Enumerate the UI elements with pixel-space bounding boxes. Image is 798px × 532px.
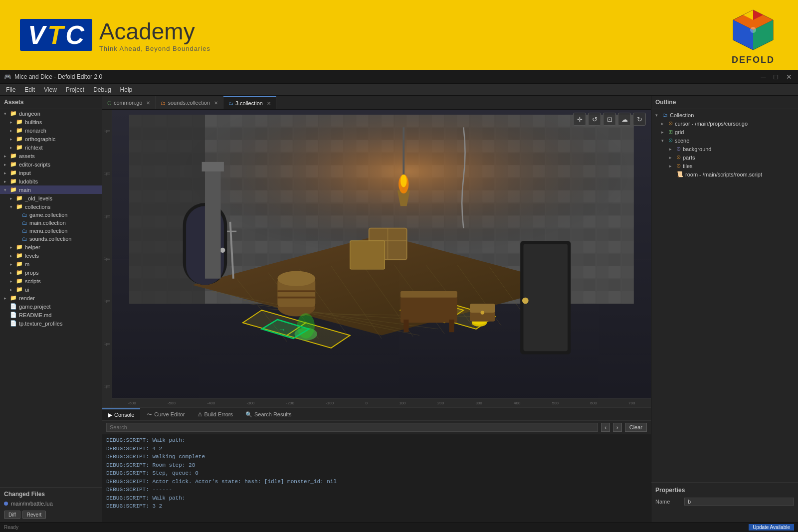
outline-item-grid[interactable]: ▸ ⊞ grid (651, 128, 798, 136)
status-ready: Ready (4, 525, 18, 530)
tree-item-render[interactable]: ▸ 📁render (0, 294, 102, 302)
outline-item-parts[interactable]: ▸ ⊙ parts (651, 153, 798, 162)
ruler-left: 1px 1px 1px 1px 1px 1px 1px (102, 110, 112, 407)
tool-move[interactable]: ✛ (573, 113, 586, 126)
editor-window: 🎮 Mice and Dice - Defold Editor 2.0 ─ □ … (0, 70, 798, 532)
right-sidebar: Outline ▾ 🗂 Collection ▸ ⊙ cursor - /mai… (651, 96, 798, 522)
assets-tree: ▾ 📁dungeon ▸ 📁builtins ▸ 📁monarch ▸ 📁ort… (0, 109, 102, 487)
tab-label-sounds: sounds.collection (168, 100, 209, 106)
tree-item-game-project[interactable]: ▸ 📄game.project (0, 302, 102, 311)
outline-item-collection[interactable]: ▾ 🗂 Collection (651, 111, 798, 119)
menu-view[interactable]: View (40, 85, 61, 94)
viewport[interactable]: 1px 1px 1px 1px 1px 1px 1px -600 -500 -4… (102, 110, 651, 407)
console-tab-curve-editor[interactable]: 〜 Curve Editor (141, 408, 191, 420)
sidebar: Assets ▾ 📁dungeon ▸ 📁builtins ▸ 📁monarch… (0, 96, 102, 522)
tree-item-assets[interactable]: ▸ 📁assets (0, 152, 102, 160)
changed-file-dot (4, 502, 8, 506)
tool-scale[interactable]: ⊡ (603, 113, 616, 126)
outline-item-background[interactable]: ▸ ⊙ background (651, 145, 798, 153)
curve-editor-icon: 〜 (147, 411, 152, 418)
svg-rect-67 (202, 162, 224, 172)
outline-item-scene[interactable]: ▾ ⊙ scene (651, 136, 798, 145)
tree-item-sounds-collection[interactable]: ▸ 🗂sounds.collection (0, 235, 102, 243)
svg-point-63 (481, 311, 485, 315)
revert-button[interactable]: Revert (22, 511, 46, 519)
build-errors-icon: ⚠ (198, 411, 202, 418)
tree-item-ui[interactable]: ▸ 📁ui (0, 285, 102, 294)
prop-name-input[interactable] (684, 498, 794, 506)
tree-item-m[interactable]: ▸ 📁m (0, 260, 102, 268)
tree-item-levels[interactable]: ▸ 📁levels (0, 251, 102, 260)
svg-rect-41 (350, 241, 385, 269)
tree-item-orthographic[interactable]: ▸ 📁orthographic (0, 135, 102, 143)
console-tabs: ▶ Console 〜 Curve Editor ⚠ Build Errors … (102, 408, 651, 421)
tree-item-builtins[interactable]: ▸ 📁builtins (0, 118, 102, 126)
minimize-button[interactable]: ─ (759, 73, 768, 81)
ruler-bottom: -600 -500 -400 -300 -200 -100 0 100 200 … (112, 398, 651, 407)
center-panel: ⬡ common.go ✕ 🗂 sounds.collection ✕ 🗂 3.… (102, 96, 651, 522)
restore-button[interactable]: □ (772, 73, 780, 81)
tree-item-collections[interactable]: ▾ 📁collections (0, 202, 102, 211)
search-results-icon: 🔍 (245, 411, 252, 418)
tree-item-input[interactable]: ▸ 📁input (0, 169, 102, 177)
tree-item-editor-scripts[interactable]: ▸ 📁editor-scripts (0, 160, 102, 169)
console-tab-search-results[interactable]: 🔍 Search Results (239, 408, 298, 420)
tree-item-game-collection[interactable]: ▸ 🗂game.collection (0, 211, 102, 219)
academy-tagline: Think Ahead, Beyond Boundaries (99, 45, 210, 52)
console-tab-console[interactable]: ▶ Console (102, 408, 140, 420)
console-search-input[interactable] (106, 423, 598, 432)
scene-svg: → (112, 115, 651, 398)
tree-item-props[interactable]: ▸ 📁props (0, 268, 102, 277)
tree-item-readme[interactable]: ▸ 📄README.md (0, 311, 102, 319)
tool-extra1[interactable]: ☁ (618, 113, 631, 126)
tree-item-scripts[interactable]: ▸ 📁scripts (0, 277, 102, 285)
changed-file-battle-lua[interactable]: main/m/battle.lua (4, 500, 98, 508)
update-available-badge[interactable]: Update Available (749, 524, 794, 531)
console-line-9: DEBUG:SCRIPT: 3 2 (106, 502, 647, 511)
console-line-6: DEBUG:SCRIPT: Actor click. Actor's state… (106, 478, 647, 486)
menu-help[interactable]: Help (116, 85, 137, 94)
tab-common-go[interactable]: ⬡ common.go ✕ (102, 96, 156, 109)
console-tab-build-errors[interactable]: ⚠ Build Errors (192, 408, 239, 420)
tree-item-main[interactable]: ▾ 📁main (0, 185, 102, 194)
banner: V T C Academy Think Ahead, Beyond Bounda… (0, 0, 798, 70)
menu-project[interactable]: Project (62, 85, 88, 94)
diff-button[interactable]: Diff (4, 511, 20, 519)
outline-item-tiles[interactable]: ▸ ⊙ tiles (651, 162, 798, 170)
search-next-button[interactable]: › (613, 423, 622, 432)
tool-rotate[interactable]: ↺ (588, 113, 601, 126)
tool-extra2[interactable]: ↻ (633, 113, 646, 126)
v-letter: V (28, 20, 45, 49)
tree-item-helper[interactable]: ▸ 📁helper (0, 243, 102, 251)
search-prev-button[interactable]: ‹ (601, 423, 610, 432)
tree-item-dungeon[interactable]: ▾ 📁dungeon (0, 109, 102, 118)
tab-close-sounds[interactable]: ✕ (214, 100, 218, 106)
vtc-box: V T C (20, 19, 92, 51)
tab-close-3-collection[interactable]: ✕ (267, 101, 271, 106)
outline-collection-label: Collection (670, 112, 694, 118)
outline-item-cursor[interactable]: ▸ ⊙ cursor - /main/props/cursor.go (651, 119, 798, 128)
build-errors-label: Build Errors (204, 411, 233, 417)
menu-debug[interactable]: Debug (89, 85, 115, 94)
tree-item-main-collection[interactable]: ▸ 🗂main.collection (0, 219, 102, 227)
tree-item-monarch[interactable]: ▸ 📁monarch (0, 126, 102, 135)
tree-item-richtext[interactable]: ▸ 📁richtext (0, 143, 102, 152)
console-line-7: DEBUG:SCRIPT: ------ (106, 486, 647, 494)
outline-item-room[interactable]: ▸ 📜 room - /main/scripts/room.script (651, 170, 798, 178)
tree-item-old-levels[interactable]: ▸ 📁_old_levels (0, 194, 102, 202)
tab-sounds-collection[interactable]: 🗂 sounds.collection ✕ (156, 96, 223, 109)
tab-3-collection[interactable]: 🗂 3.collection ✕ (223, 96, 276, 109)
close-button[interactable]: ✕ (784, 73, 794, 81)
tree-item-ludobits[interactable]: ▸ 📁ludobits (0, 177, 102, 185)
clear-console-button[interactable]: Clear (625, 423, 647, 432)
status-bar: Ready Update Available (0, 522, 798, 532)
outline-bg-label: background (683, 146, 712, 152)
tab-close-common-go[interactable]: ✕ (146, 100, 150, 106)
svg-rect-66 (205, 165, 221, 279)
menu-edit[interactable]: Edit (20, 85, 39, 94)
console-output: DEBUG:SCRIPT: Walk path: DEBUG:SCRIPT: 4… (102, 434, 651, 522)
tree-item-menu-collection[interactable]: ▸ 🗂menu.collection (0, 227, 102, 235)
tabs-bar: ⬡ common.go ✕ 🗂 sounds.collection ✕ 🗂 3.… (102, 96, 651, 110)
menu-file[interactable]: File (2, 85, 19, 94)
tree-item-tp-profiles[interactable]: ▸ 📄tp.texture_profiles (0, 319, 102, 328)
